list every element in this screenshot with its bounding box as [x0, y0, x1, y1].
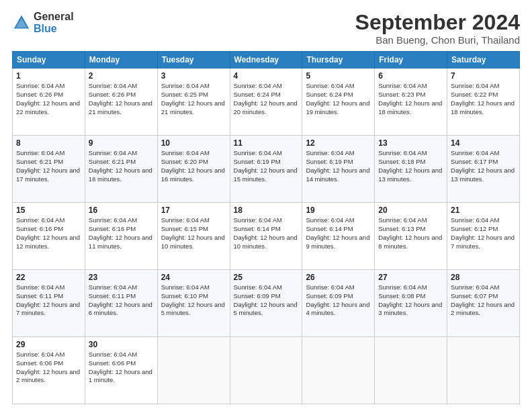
day-info: Sunrise: 6:04 AM Sunset: 6:19 PM Dayligh…: [234, 149, 299, 183]
calendar-day-cell: 16Sunrise: 6:04 AM Sunset: 6:16 PM Dayli…: [85, 203, 157, 270]
calendar-day-cell: 3Sunrise: 6:04 AM Sunset: 6:25 PM Daylig…: [157, 68, 230, 136]
logo: General Blue: [12, 11, 74, 34]
calendar-day-cell: [230, 337, 302, 404]
day-number: 18: [234, 205, 299, 215]
day-of-week-header: Tuesday: [157, 52, 230, 68]
day-info: Sunrise: 6:04 AM Sunset: 6:09 PM Dayligh…: [306, 283, 371, 318]
day-number: 17: [161, 205, 226, 215]
day-info: Sunrise: 6:04 AM Sunset: 6:06 PM Dayligh…: [16, 351, 81, 385]
calendar-week-row: 22Sunrise: 6:04 AM Sunset: 6:11 PM Dayli…: [13, 270, 520, 337]
day-number: 28: [451, 273, 516, 282]
day-info: Sunrise: 6:04 AM Sunset: 6:07 PM Dayligh…: [451, 283, 516, 318]
day-number: 14: [451, 138, 516, 148]
day-number: 4: [234, 71, 299, 81]
calendar-week-row: 29Sunrise: 6:04 AM Sunset: 6:06 PM Dayli…: [13, 337, 520, 404]
day-number: 20: [378, 205, 443, 215]
day-info: Sunrise: 6:04 AM Sunset: 6:25 PM Dayligh…: [161, 82, 226, 116]
day-info: Sunrise: 6:04 AM Sunset: 6:23 PM Dayligh…: [378, 82, 443, 116]
day-info: Sunrise: 6:04 AM Sunset: 6:14 PM Dayligh…: [234, 216, 299, 250]
day-info: Sunrise: 6:04 AM Sunset: 6:24 PM Dayligh…: [234, 82, 299, 116]
day-info: Sunrise: 6:04 AM Sunset: 6:06 PM Dayligh…: [89, 351, 154, 385]
calendar-day-cell: [447, 337, 520, 404]
day-info: Sunrise: 6:04 AM Sunset: 6:15 PM Dayligh…: [161, 216, 226, 250]
calendar-day-cell: 2Sunrise: 6:04 AM Sunset: 6:26 PM Daylig…: [85, 68, 157, 136]
day-info: Sunrise: 6:04 AM Sunset: 6:21 PM Dayligh…: [89, 149, 154, 183]
calendar-day-cell: 15Sunrise: 6:04 AM Sunset: 6:16 PM Dayli…: [13, 203, 85, 270]
calendar-week-row: 15Sunrise: 6:04 AM Sunset: 6:16 PM Dayli…: [13, 203, 520, 270]
day-info: Sunrise: 6:04 AM Sunset: 6:16 PM Dayligh…: [16, 216, 81, 250]
calendar-day-cell: 12Sunrise: 6:04 AM Sunset: 6:19 PM Dayli…: [302, 136, 375, 203]
day-number: 3: [161, 71, 226, 81]
day-number: 30: [89, 340, 154, 349]
calendar-day-cell: 18Sunrise: 6:04 AM Sunset: 6:14 PM Dayli…: [230, 203, 302, 270]
calendar-day-cell: 28Sunrise: 6:04 AM Sunset: 6:07 PM Dayli…: [447, 270, 520, 337]
calendar-day-cell: 4Sunrise: 6:04 AM Sunset: 6:24 PM Daylig…: [230, 68, 302, 136]
day-number: 16: [89, 205, 154, 215]
day-number: 26: [306, 273, 371, 282]
calendar-day-cell: 8Sunrise: 6:04 AM Sunset: 6:21 PM Daylig…: [13, 136, 85, 203]
calendar-week-row: 1Sunrise: 6:04 AM Sunset: 6:26 PM Daylig…: [13, 68, 520, 136]
calendar-day-cell: 9Sunrise: 6:04 AM Sunset: 6:21 PM Daylig…: [85, 136, 157, 203]
day-info: Sunrise: 6:04 AM Sunset: 6:21 PM Dayligh…: [16, 149, 81, 183]
calendar-table: SundayMondayTuesdayWednesdayThursdayFrid…: [12, 51, 520, 404]
day-number: 6: [378, 71, 443, 81]
calendar-day-cell: 10Sunrise: 6:04 AM Sunset: 6:20 PM Dayli…: [157, 136, 230, 203]
calendar-day-cell: 23Sunrise: 6:04 AM Sunset: 6:11 PM Dayli…: [85, 270, 157, 337]
day-info: Sunrise: 6:04 AM Sunset: 6:18 PM Dayligh…: [378, 149, 443, 183]
day-number: 2: [89, 71, 154, 81]
calendar-day-cell: 7Sunrise: 6:04 AM Sunset: 6:22 PM Daylig…: [447, 68, 520, 136]
day-of-week-header: Saturday: [447, 52, 520, 68]
day-info: Sunrise: 6:04 AM Sunset: 6:11 PM Dayligh…: [89, 283, 154, 318]
day-info: Sunrise: 6:04 AM Sunset: 6:10 PM Dayligh…: [161, 283, 226, 318]
day-number: 23: [89, 273, 154, 282]
day-of-week-header: Monday: [85, 52, 157, 68]
day-number: 27: [378, 273, 443, 282]
calendar-day-cell: 24Sunrise: 6:04 AM Sunset: 6:10 PM Dayli…: [157, 270, 230, 337]
day-number: 11: [234, 138, 299, 148]
calendar-day-cell: 21Sunrise: 6:04 AM Sunset: 6:12 PM Dayli…: [447, 203, 520, 270]
days-of-week-row: SundayMondayTuesdayWednesdayThursdayFrid…: [13, 52, 520, 68]
calendar-day-cell: 29Sunrise: 6:04 AM Sunset: 6:06 PM Dayli…: [13, 337, 85, 404]
day-number: 19: [306, 205, 371, 215]
logo-blue: Blue: [34, 23, 57, 34]
header: General Blue September 2024 Ban Bueng, C…: [12, 11, 520, 46]
day-number: 7: [451, 71, 516, 81]
calendar-body: 1Sunrise: 6:04 AM Sunset: 6:26 PM Daylig…: [13, 68, 520, 404]
calendar-header: SundayMondayTuesdayWednesdayThursdayFrid…: [13, 52, 520, 68]
day-info: Sunrise: 6:04 AM Sunset: 6:16 PM Dayligh…: [89, 216, 154, 250]
calendar-day-cell: 1Sunrise: 6:04 AM Sunset: 6:26 PM Daylig…: [13, 68, 85, 136]
calendar-day-cell: 17Sunrise: 6:04 AM Sunset: 6:15 PM Dayli…: [157, 203, 230, 270]
day-number: 8: [16, 138, 81, 148]
calendar-day-cell: [157, 337, 230, 404]
logo-text: General Blue: [34, 11, 74, 34]
logo-general: General: [34, 11, 74, 22]
calendar-day-cell: 6Sunrise: 6:04 AM Sunset: 6:23 PM Daylig…: [375, 68, 447, 136]
logo-icon: [12, 13, 31, 32]
calendar-day-cell: 14Sunrise: 6:04 AM Sunset: 6:17 PM Dayli…: [447, 136, 520, 203]
page: General Blue September 2024 Ban Bueng, C…: [0, 0, 532, 411]
day-number: 15: [16, 205, 81, 215]
day-of-week-header: Thursday: [302, 52, 375, 68]
day-info: Sunrise: 6:04 AM Sunset: 6:08 PM Dayligh…: [378, 283, 443, 318]
calendar-day-cell: 20Sunrise: 6:04 AM Sunset: 6:13 PM Dayli…: [375, 203, 447, 270]
day-of-week-header: Sunday: [13, 52, 85, 68]
calendar-day-cell: 13Sunrise: 6:04 AM Sunset: 6:18 PM Dayli…: [375, 136, 447, 203]
calendar-day-cell: 30Sunrise: 6:04 AM Sunset: 6:06 PM Dayli…: [85, 337, 157, 404]
day-number: 24: [161, 273, 226, 282]
day-info: Sunrise: 6:04 AM Sunset: 6:11 PM Dayligh…: [16, 283, 81, 318]
day-number: 12: [306, 138, 371, 148]
day-info: Sunrise: 6:04 AM Sunset: 6:12 PM Dayligh…: [451, 216, 516, 250]
day-info: Sunrise: 6:04 AM Sunset: 6:14 PM Dayligh…: [306, 216, 371, 250]
title-block: September 2024 Ban Bueng, Chon Buri, Tha…: [355, 11, 520, 46]
calendar-day-cell: [302, 337, 375, 404]
day-number: 9: [89, 138, 154, 148]
day-number: 22: [16, 273, 81, 282]
day-info: Sunrise: 6:04 AM Sunset: 6:26 PM Dayligh…: [16, 82, 81, 116]
calendar-day-cell: 19Sunrise: 6:04 AM Sunset: 6:14 PM Dayli…: [302, 203, 375, 270]
day-number: 13: [378, 138, 443, 148]
calendar-day-cell: 5Sunrise: 6:04 AM Sunset: 6:24 PM Daylig…: [302, 68, 375, 136]
day-of-week-header: Friday: [375, 52, 447, 68]
day-number: 25: [234, 273, 299, 282]
day-number: 10: [161, 138, 226, 148]
calendar-week-row: 8Sunrise: 6:04 AM Sunset: 6:21 PM Daylig…: [13, 136, 520, 203]
